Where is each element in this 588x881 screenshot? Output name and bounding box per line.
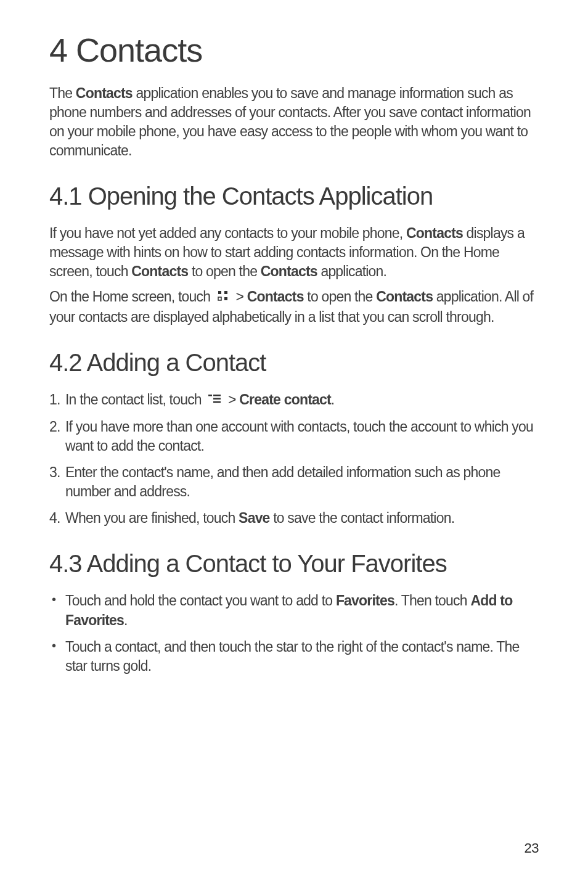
section-4-1-title: 4.1 Opening the Contacts Application: [49, 182, 539, 210]
apps-grid-icon: [218, 287, 229, 306]
text: >: [235, 289, 247, 305]
intro-paragraph: The Contacts application enables you to …: [49, 84, 539, 160]
svg-rect-0: [218, 291, 221, 294]
bold-save: Save: [239, 510, 270, 526]
svg-rect-4: [208, 395, 212, 396]
text: If you have not yet added any contacts t…: [49, 225, 406, 241]
page-number: 23: [525, 840, 539, 856]
text: On the Home screen, touch: [49, 289, 214, 305]
step-4: When you are finished, touch Save to sav…: [49, 509, 539, 528]
menu-icon: [208, 390, 221, 409]
svg-rect-2: [218, 297, 221, 300]
text: . Then touch: [394, 592, 470, 609]
bold-contacts: Contacts: [406, 225, 463, 241]
text: to open the: [304, 289, 376, 305]
text: to save the contact information.: [270, 510, 455, 526]
text: to open the: [188, 263, 260, 279]
text: The: [49, 85, 76, 101]
bold-favorites: Favorites: [336, 592, 394, 609]
text: In the contact list, touch: [65, 391, 205, 408]
bold-create-contact: Create contact: [239, 391, 331, 408]
section-4-2-steps: In the contact list, touch > Create cont…: [49, 390, 539, 528]
text: application.: [317, 263, 386, 279]
text: >: [228, 391, 239, 408]
bold-contacts: Contacts: [131, 263, 188, 279]
bold-contacts: Contacts: [376, 289, 433, 305]
svg-rect-5: [213, 395, 221, 396]
bold-contacts: Contacts: [247, 289, 304, 305]
section-4-1-para-1: If you have not yet added any contacts t…: [49, 224, 539, 281]
section-4-1-para-2: On the Home screen, touch > Contacts to …: [49, 287, 539, 326]
section-4-3-title: 4.3 Adding a Contact to Your Favorites: [49, 550, 539, 578]
text: Touch and hold the contact you want to a…: [65, 592, 336, 609]
bullet-1: Touch and hold the contact you want to a…: [49, 591, 539, 629]
step-1: In the contact list, touch > Create cont…: [49, 390, 539, 410]
step-2: If you have more than one account with c…: [49, 417, 539, 456]
text: When you are finished, touch: [65, 510, 239, 526]
svg-rect-3: [224, 297, 227, 300]
text: .: [124, 612, 128, 628]
text: .: [331, 391, 335, 408]
chapter-title: 4 Contacts: [49, 31, 539, 69]
bold-contacts: Contacts: [261, 263, 317, 279]
svg-rect-6: [213, 398, 221, 400]
bold-contacts: Contacts: [76, 85, 133, 101]
step-3: Enter the contact's name, and then add d…: [49, 463, 539, 501]
svg-rect-7: [213, 401, 221, 403]
bullet-2: Touch a contact, and then touch the star…: [49, 637, 539, 676]
svg-rect-1: [224, 291, 227, 294]
section-4-2-title: 4.2 Adding a Contact: [49, 349, 539, 377]
section-4-3-bullets: Touch and hold the contact you want to a…: [49, 591, 539, 675]
